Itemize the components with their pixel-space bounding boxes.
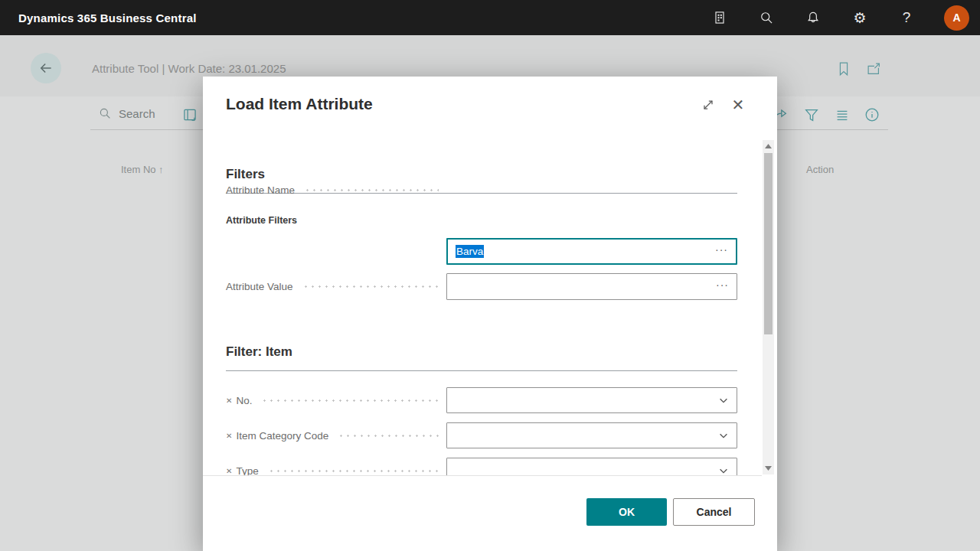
notifications-icon[interactable] <box>804 8 822 27</box>
scroll-up-icon[interactable] <box>763 140 774 152</box>
dotted-leader <box>338 435 439 437</box>
filter-row-no: ✕ No. <box>226 387 446 414</box>
lookup-ellipsis-icon[interactable]: ··· <box>716 281 729 293</box>
scrollbar-thumb[interactable] <box>764 153 773 334</box>
dialog-content: Filters Attribute Filters Attribute Name… <box>203 138 762 476</box>
filter-row-label: No. <box>236 395 252 406</box>
scroll-down-icon[interactable] <box>763 462 774 474</box>
attribute-name-row: Attribute Name <box>226 177 446 204</box>
screen: Dynamics 365 Business Central ⚙ ? A Attr… <box>0 0 980 551</box>
bookmark-icon[interactable] <box>835 60 852 77</box>
environment-icon[interactable] <box>710 8 729 27</box>
dotted-leader <box>268 470 439 472</box>
help-icon[interactable]: ? <box>897 8 916 27</box>
remove-filter-icon[interactable]: ✕ <box>226 396 232 405</box>
filter-no-field[interactable] <box>446 387 737 413</box>
filter-item-category-field[interactable] <box>446 422 737 448</box>
filter-icon[interactable] <box>803 106 820 123</box>
analysis-mode-icon[interactable] <box>182 107 198 122</box>
filter-type-field[interactable] <box>446 458 737 476</box>
attribute-filters-group-label: Attribute Filters <box>226 215 297 226</box>
dotted-leader <box>261 399 439 402</box>
filter-row-item-category: ✕ Item Category Code <box>226 422 446 449</box>
chevron-down-icon[interactable] <box>718 395 729 406</box>
remove-filter-icon[interactable]: ✕ <box>226 432 232 440</box>
search-icon <box>98 106 112 120</box>
topbar-actions: ⚙ ? A <box>710 0 969 35</box>
info-icon[interactable] <box>864 106 880 123</box>
attribute-name-field[interactable]: Barva ··· <box>446 238 737 265</box>
chevron-down-icon[interactable] <box>718 430 729 441</box>
ok-button[interactable]: OK <box>586 498 667 526</box>
filter-row-type: ✕ Type <box>226 458 446 476</box>
cancel-button[interactable]: Cancel <box>673 498 755 526</box>
load-item-attribute-dialog: Load Item Attribute ✕ Filters Attribute … <box>203 77 777 551</box>
attribute-value-label: Attribute Value <box>226 281 293 292</box>
dotted-leader <box>302 285 439 288</box>
dotted-leader <box>304 189 439 191</box>
filter-item-section-title: Filter: Item <box>226 344 292 360</box>
topbar: Dynamics 365 Business Central ⚙ ? A <box>0 0 980 35</box>
filter-row-label: Type <box>236 465 258 476</box>
back-button[interactable] <box>31 53 61 83</box>
arrow-left-icon <box>38 60 54 76</box>
app-title: Dynamics 365 Business Central <box>18 11 197 24</box>
list-view-icon[interactable] <box>834 106 851 123</box>
dialog-title: Load Item Attribute <box>226 95 373 113</box>
close-dialog-button[interactable]: ✕ <box>730 96 746 113</box>
search-icon[interactable] <box>757 8 776 27</box>
attribute-value-field[interactable]: ··· <box>446 273 737 300</box>
attribute-name-value: Barva <box>456 245 484 258</box>
page-title: Attribute Tool | Work Date: 23.01.2025 <box>92 62 286 75</box>
column-header-action[interactable]: Action <box>806 164 834 175</box>
filter-row-label: Item Category Code <box>236 430 328 442</box>
expand-dialog-button[interactable] <box>700 96 717 113</box>
remove-filter-icon[interactable]: ✕ <box>226 467 232 475</box>
content-divider <box>203 475 762 476</box>
settings-gear-icon[interactable]: ⚙ <box>851 8 869 27</box>
chevron-down-icon[interactable] <box>718 465 729 476</box>
filter-item-section-rule <box>226 370 737 371</box>
dialog-scrollbar[interactable] <box>763 140 774 474</box>
open-in-new-window-icon[interactable] <box>865 60 882 77</box>
attribute-value-row: Attribute Value <box>226 273 446 300</box>
lookup-ellipsis-icon[interactable]: ··· <box>715 246 728 258</box>
list-search[interactable]: Search <box>98 106 155 120</box>
column-header-item-no[interactable]: Item No ↑ <box>121 164 164 175</box>
avatar[interactable]: A <box>944 5 969 31</box>
resize-diagonal-icon <box>701 97 716 112</box>
attribute-name-label: Attribute Name <box>226 184 295 196</box>
search-label: Search <box>119 107 155 120</box>
